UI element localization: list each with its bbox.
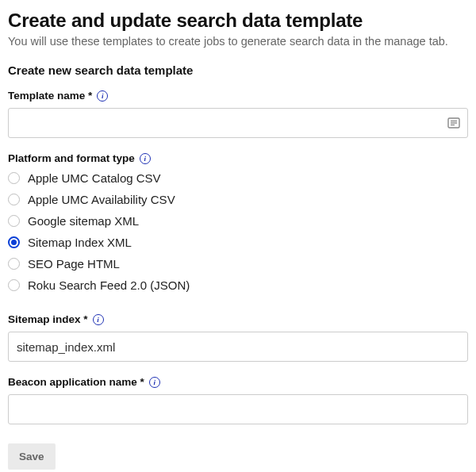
radio-option-label: Roku Search Feed 2.0 (JSON) — [28, 278, 190, 292]
template-name-input[interactable] — [8, 108, 468, 138]
radio-button-icon — [8, 258, 20, 270]
radio-button-icon — [8, 172, 20, 184]
save-button[interactable]: Save — [8, 443, 56, 470]
beacon-app-name-label: Beacon application name * i — [8, 376, 468, 388]
platform-format-label-text: Platform and format type — [8, 152, 135, 164]
platform-format-option[interactable]: Apple UMC Availability CSV — [8, 189, 468, 210]
radio-option-label: Apple UMC Catalog CSV — [28, 171, 161, 185]
form-helper-icon[interactable] — [447, 117, 460, 129]
radio-button-icon — [8, 236, 20, 248]
info-icon[interactable]: i — [97, 90, 108, 102]
radio-option-label: Google sitemap XML — [28, 214, 139, 228]
info-icon[interactable]: i — [140, 153, 151, 164]
radio-button-icon — [8, 194, 20, 205]
template-name-label: Template name * i — [8, 90, 468, 102]
section-heading: Create new search data template — [8, 63, 468, 77]
beacon-app-name-input[interactable] — [8, 394, 468, 424]
radio-button-icon — [8, 279, 20, 291]
sitemap-index-label-text: Sitemap index * — [8, 313, 88, 325]
radio-option-label: SEO Page HTML — [28, 257, 120, 271]
template-name-label-text: Template name * — [8, 90, 92, 102]
platform-format-option[interactable]: Sitemap Index XML — [8, 232, 468, 253]
platform-format-option[interactable]: Roku Search Feed 2.0 (JSON) — [8, 274, 468, 296]
sitemap-index-label: Sitemap index * i — [8, 313, 468, 325]
beacon-app-name-label-text: Beacon application name * — [8, 376, 144, 388]
platform-format-label: Platform and format type i — [8, 152, 468, 164]
platform-format-radio-group: Apple UMC Catalog CSVApple UMC Availabil… — [8, 167, 468, 296]
platform-format-option[interactable]: Google sitemap XML — [8, 210, 468, 232]
page-title: Create and update search data template — [8, 10, 468, 32]
sitemap-index-input[interactable] — [8, 332, 468, 362]
radio-button-icon — [8, 215, 20, 227]
radio-option-label: Apple UMC Availability CSV — [28, 193, 175, 206]
platform-format-option[interactable]: Apple UMC Catalog CSV — [8, 167, 468, 189]
platform-format-option[interactable]: SEO Page HTML — [8, 253, 468, 274]
info-icon[interactable]: i — [149, 377, 160, 388]
info-icon[interactable]: i — [93, 314, 104, 325]
radio-option-label: Sitemap Index XML — [28, 236, 132, 249]
page-subtitle: You will use these templates to create j… — [8, 35, 468, 48]
